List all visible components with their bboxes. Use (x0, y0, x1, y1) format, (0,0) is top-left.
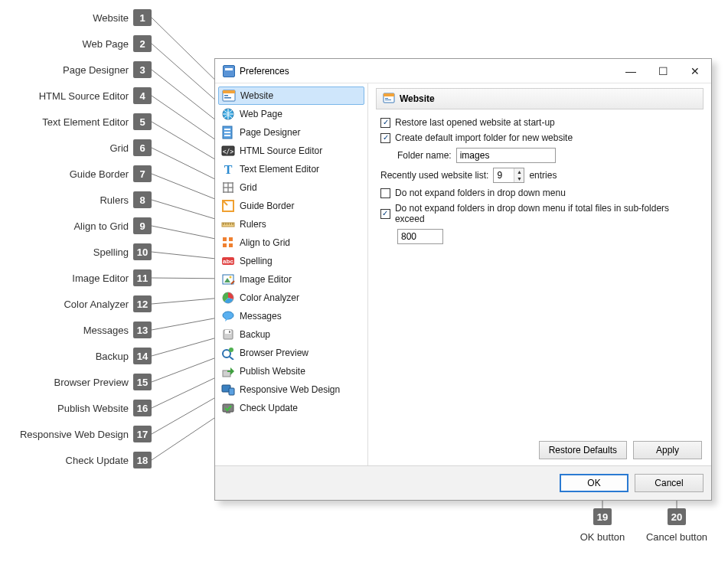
messages-icon (221, 309, 235, 323)
sidebar-item-spelling[interactable]: abcSpelling (215, 252, 367, 270)
create-default-folder-checkbox[interactable]: ✓ (380, 133, 390, 143)
svg-rect-75 (385, 100, 391, 100)
callout-12: Color Analyzer12 (64, 295, 152, 312)
svg-point-64 (229, 348, 233, 352)
website-icon (383, 92, 395, 106)
close-button[interactable]: ✕ (679, 59, 711, 83)
aligngrid-icon (221, 236, 235, 250)
callout-number: 12 (133, 295, 152, 312)
ok-button[interactable]: OK (560, 474, 628, 492)
callout-16: Publish Website16 (57, 400, 152, 416)
exceed-value-input[interactable] (397, 229, 443, 244)
sidebar-item-guideborder[interactable]: Guide Border (215, 197, 367, 215)
svg-text:</>: </> (223, 149, 234, 155)
textelement-icon: T (221, 162, 235, 176)
recent-list-label: Recently used website list: (380, 170, 488, 181)
sidebar-item-browserpreview[interactable]: Browser Preview (215, 344, 367, 362)
sidebar-item-coloranalyzer[interactable]: Color Analyzer (215, 289, 367, 307)
callout-10: Spelling10 (93, 243, 152, 260)
sidebar-item-checkupdate[interactable]: Check Update (215, 399, 367, 417)
callout-3: Page Designer3 (63, 61, 152, 78)
svg-rect-67 (227, 371, 231, 372)
sidebar-item-imageeditor[interactable]: Image Editor (215, 270, 367, 289)
callout-label: Publish Website (57, 403, 129, 414)
callout-18: Check Update18 (66, 452, 152, 468)
restore-defaults-button[interactable]: Restore Defaults (539, 441, 627, 459)
callout-11: Image Editor11 (72, 269, 152, 286)
callout-number: 7 (133, 165, 152, 182)
sidebar-item-grid[interactable]: Grid (215, 178, 367, 197)
sidebar-item-publish[interactable]: Publish Website (215, 362, 367, 380)
callout-number: 2 (133, 35, 152, 52)
sidebar-item-messages[interactable]: Messages (215, 307, 367, 325)
no-expand-checkbox[interactable] (380, 188, 390, 198)
callout-2: Web Page2 (83, 35, 152, 52)
callout-label: Browser Preview (54, 377, 129, 388)
callout-number: 1 (133, 9, 152, 26)
imageeditor-icon (221, 273, 235, 286)
callout-label: HTML Source Editor (39, 90, 129, 102)
sidebar-item-label: HTML Source Editor (240, 145, 322, 156)
svg-rect-28 (224, 135, 230, 136)
sidebar-item-label: Check Update (240, 403, 298, 413)
folder-name-input[interactable] (456, 148, 556, 163)
no-expand-exceed-checkbox[interactable]: ✓ (380, 209, 390, 219)
callout-number: 10 (133, 243, 152, 260)
recent-list-value[interactable] (494, 168, 514, 182)
callout-number: 9 (133, 217, 152, 234)
no-expand-exceed-row: ✓ Do not expand folders in drop down men… (380, 203, 699, 224)
callout-label: Backup (96, 351, 129, 362)
svg-rect-48 (223, 243, 227, 247)
sidebar-item-label: Align to Grid (240, 237, 290, 248)
recent-list-spinner[interactable]: ▲▼ (493, 168, 524, 183)
content-header: Website (376, 88, 704, 109)
callout-5: Text Element Editor5 (42, 113, 152, 130)
folder-name-row: Folder name: (380, 148, 699, 163)
callout-label: Messages (83, 325, 129, 336)
svg-text:T: T (224, 163, 233, 176)
callout-15: Browser Preview15 (54, 374, 152, 390)
sidebar-item-backup[interactable]: Backup (215, 325, 367, 344)
sidebar-item-rulers[interactable]: Rulers (215, 215, 367, 233)
callout-number: 5 (133, 113, 152, 130)
callout-19: 19OK button (564, 508, 641, 543)
responsive-icon (221, 383, 235, 397)
svg-text:abc: abc (223, 258, 233, 265)
recent-list-suffix: entries (529, 170, 557, 181)
sidebar-item-label: Spelling (240, 256, 273, 266)
webpage-icon (221, 107, 235, 121)
folder-name-label: Folder name: (397, 150, 452, 161)
svg-line-63 (230, 357, 233, 360)
title-bar: Preferences — ☐ ✕ (215, 59, 711, 83)
sidebar-item-htmlsource[interactable]: </>HTML Source Editor (215, 142, 367, 160)
callout-13: Messages13 (83, 322, 152, 338)
sidebar-item-label: Text Element Editor (240, 164, 319, 175)
svg-rect-73 (384, 93, 394, 96)
callout-number: 19 (593, 508, 612, 525)
cancel-button[interactable]: Cancel (635, 474, 704, 492)
sidebar-item-pagedesigner[interactable]: Page Designer (215, 123, 367, 142)
spinner-buttons[interactable]: ▲▼ (514, 168, 524, 182)
sidebar-item-textelement[interactable]: TText Element Editor (215, 160, 367, 178)
callout-number: 18 (133, 452, 152, 468)
sidebar-item-label: Website (240, 90, 273, 101)
maximize-button[interactable]: ☐ (647, 59, 679, 83)
minimize-button[interactable]: — (615, 59, 647, 83)
sidebar-item-aligngrid[interactable]: Align to Grid (215, 233, 367, 252)
callout-number: 6 (133, 139, 152, 156)
apply-button[interactable]: Apply (633, 441, 702, 459)
sidebar-item-label: Responsive Web Design (240, 384, 340, 395)
callout-number: 17 (133, 426, 152, 442)
callout-label: Page Designer (63, 64, 129, 76)
sidebar-item-responsive[interactable]: Responsive Web Design (215, 380, 367, 399)
sidebar-item-webpage[interactable]: Web Page (215, 105, 367, 123)
callout-6: Grid6 (109, 139, 152, 156)
publish-icon (221, 364, 235, 378)
website-icon (222, 89, 236, 103)
restore-last-row: ✓ Restore last opened website at start-u… (380, 117, 699, 128)
backup-icon (221, 328, 235, 341)
browserpreview-icon (221, 346, 235, 360)
sidebar-item-label: Rulers (240, 219, 266, 230)
restore-last-checkbox[interactable]: ✓ (380, 118, 390, 128)
sidebar-item-website[interactable]: Website (218, 87, 364, 105)
